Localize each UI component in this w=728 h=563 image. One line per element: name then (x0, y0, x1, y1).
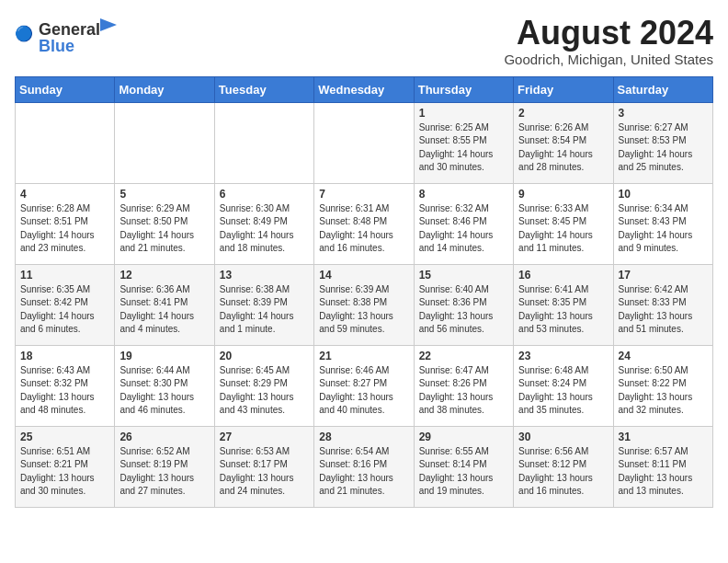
day-info: Sunrise: 6:41 AM Sunset: 8:35 PM Dayligh… (518, 283, 608, 337)
day-info: Sunrise: 6:44 AM Sunset: 8:30 PM Dayligh… (119, 364, 209, 418)
day-number: 15 (419, 269, 508, 282)
month-year-title: August 2024 (504, 15, 713, 52)
day-info: Sunrise: 6:29 AM Sunset: 8:50 PM Dayligh… (119, 202, 209, 256)
day-number: 28 (319, 431, 408, 443)
day-info: Sunrise: 6:25 AM Sunset: 8:55 PM Dayligh… (419, 121, 508, 175)
day-number: 7 (319, 188, 408, 201)
calendar-cell: 20Sunrise: 6:45 AM Sunset: 8:29 PM Dayli… (214, 345, 313, 426)
calendar-cell: 4Sunrise: 6:28 AM Sunset: 8:51 PM Daylig… (16, 183, 115, 264)
calendar-cell (115, 102, 214, 183)
day-info: Sunrise: 6:53 AM Sunset: 8:17 PM Dayligh… (220, 445, 309, 499)
calendar-cell: 8Sunrise: 6:32 AM Sunset: 8:46 PM Daylig… (414, 183, 513, 264)
day-info: Sunrise: 6:51 AM Sunset: 8:21 PM Dayligh… (20, 445, 109, 499)
calendar-cell: 18Sunrise: 6:43 AM Sunset: 8:32 PM Dayli… (16, 345, 115, 426)
calendar-cell: 17Sunrise: 6:42 AM Sunset: 8:33 PM Dayli… (613, 264, 712, 345)
day-number: 8 (419, 188, 508, 201)
calendar-cell: 1Sunrise: 6:25 AM Sunset: 8:55 PM Daylig… (414, 102, 513, 183)
calendar-cell (314, 102, 414, 183)
calendar-cell: 11Sunrise: 6:35 AM Sunset: 8:42 PM Dayli… (16, 264, 115, 345)
day-info: Sunrise: 6:27 AM Sunset: 8:53 PM Dayligh… (619, 121, 708, 175)
calendar-week-row: 18Sunrise: 6:43 AM Sunset: 8:32 PM Dayli… (16, 345, 713, 426)
calendar-cell: 7Sunrise: 6:31 AM Sunset: 8:48 PM Daylig… (314, 183, 414, 264)
calendar-week-row: 25Sunrise: 6:51 AM Sunset: 8:21 PM Dayli… (16, 426, 713, 507)
title-block: August 2024 Goodrich, Michigan, United S… (504, 15, 713, 67)
day-number: 2 (518, 107, 608, 120)
day-number: 30 (518, 431, 608, 443)
day-info: Sunrise: 6:36 AM Sunset: 8:41 PM Dayligh… (119, 283, 209, 337)
day-info: Sunrise: 6:34 AM Sunset: 8:43 PM Dayligh… (619, 202, 708, 256)
day-number: 27 (220, 431, 309, 443)
calendar-cell: 26Sunrise: 6:52 AM Sunset: 8:19 PM Dayli… (115, 426, 214, 507)
calendar-body: 1Sunrise: 6:25 AM Sunset: 8:55 PM Daylig… (16, 102, 713, 507)
day-info: Sunrise: 6:33 AM Sunset: 8:45 PM Dayligh… (518, 202, 608, 256)
day-number: 16 (518, 269, 608, 282)
day-info: Sunrise: 6:50 AM Sunset: 8:22 PM Dayligh… (619, 364, 708, 418)
day-of-week-header: Friday (514, 76, 613, 102)
calendar-cell: 29Sunrise: 6:55 AM Sunset: 8:14 PM Dayli… (414, 426, 513, 507)
calendar-cell: 10Sunrise: 6:34 AM Sunset: 8:43 PM Dayli… (613, 183, 712, 264)
day-info: Sunrise: 6:54 AM Sunset: 8:16 PM Dayligh… (319, 445, 408, 499)
day-info: Sunrise: 6:40 AM Sunset: 8:36 PM Dayligh… (419, 283, 508, 337)
day-info: Sunrise: 6:45 AM Sunset: 8:29 PM Dayligh… (220, 364, 309, 418)
day-number: 4 (20, 188, 109, 201)
day-number: 11 (20, 269, 109, 282)
calendar-cell: 6Sunrise: 6:30 AM Sunset: 8:49 PM Daylig… (214, 183, 313, 264)
day-info: Sunrise: 6:56 AM Sunset: 8:12 PM Dayligh… (518, 445, 608, 499)
calendar-cell: 14Sunrise: 6:39 AM Sunset: 8:38 PM Dayli… (314, 264, 414, 345)
day-info: Sunrise: 6:26 AM Sunset: 8:54 PM Dayligh… (518, 121, 608, 175)
day-info: Sunrise: 6:28 AM Sunset: 8:51 PM Dayligh… (20, 202, 109, 256)
calendar-cell: 16Sunrise: 6:41 AM Sunset: 8:35 PM Dayli… (514, 264, 613, 345)
day-number: 21 (319, 350, 408, 362)
header-row: SundayMondayTuesdayWednesdayThursdayFrid… (16, 76, 713, 102)
day-info: Sunrise: 6:48 AM Sunset: 8:24 PM Dayligh… (518, 364, 608, 418)
svg-marker-1 (100, 18, 117, 31)
day-number: 5 (119, 188, 209, 201)
calendar-cell: 24Sunrise: 6:50 AM Sunset: 8:22 PM Dayli… (613, 345, 712, 426)
logo: 🔵 General Blue (15, 15, 117, 55)
calendar-cell (214, 102, 313, 183)
calendar-table: SundayMondayTuesdayWednesdayThursdayFrid… (15, 76, 713, 508)
logo-arrow-icon (100, 15, 117, 35)
day-of-week-header: Thursday (414, 76, 513, 102)
calendar-cell: 27Sunrise: 6:53 AM Sunset: 8:17 PM Dayli… (214, 426, 313, 507)
day-number: 14 (319, 269, 408, 282)
day-number: 1 (419, 107, 508, 120)
day-info: Sunrise: 6:39 AM Sunset: 8:38 PM Dayligh… (319, 283, 408, 337)
day-info: Sunrise: 6:31 AM Sunset: 8:48 PM Dayligh… (319, 202, 408, 256)
day-number: 9 (518, 188, 608, 201)
calendar-cell: 22Sunrise: 6:47 AM Sunset: 8:26 PM Dayli… (414, 345, 513, 426)
day-info: Sunrise: 6:35 AM Sunset: 8:42 PM Dayligh… (20, 283, 109, 337)
day-of-week-header: Sunday (16, 76, 115, 102)
day-number: 26 (119, 431, 209, 443)
calendar-cell: 21Sunrise: 6:46 AM Sunset: 8:27 PM Dayli… (314, 345, 414, 426)
svg-text:🔵: 🔵 (15, 25, 34, 42)
calendar-cell: 28Sunrise: 6:54 AM Sunset: 8:16 PM Dayli… (314, 426, 414, 507)
day-number: 10 (619, 188, 708, 201)
day-of-week-header: Saturday (613, 76, 712, 102)
day-number: 20 (220, 350, 309, 362)
calendar-week-row: 4Sunrise: 6:28 AM Sunset: 8:51 PM Daylig… (16, 183, 713, 264)
calendar-cell (16, 102, 115, 183)
day-info: Sunrise: 6:42 AM Sunset: 8:33 PM Dayligh… (619, 283, 708, 337)
calendar-cell: 19Sunrise: 6:44 AM Sunset: 8:30 PM Dayli… (115, 345, 214, 426)
calendar-week-row: 11Sunrise: 6:35 AM Sunset: 8:42 PM Dayli… (16, 264, 713, 345)
day-info: Sunrise: 6:38 AM Sunset: 8:39 PM Dayligh… (220, 283, 309, 337)
calendar-cell: 12Sunrise: 6:36 AM Sunset: 8:41 PM Dayli… (115, 264, 214, 345)
day-info: Sunrise: 6:55 AM Sunset: 8:14 PM Dayligh… (419, 445, 508, 499)
day-number: 12 (119, 269, 209, 282)
day-number: 17 (619, 269, 708, 282)
calendar-cell: 31Sunrise: 6:57 AM Sunset: 8:11 PM Dayli… (613, 426, 712, 507)
day-info: Sunrise: 6:43 AM Sunset: 8:32 PM Dayligh… (20, 364, 109, 418)
logo-blue: Blue (39, 37, 74, 55)
day-number: 22 (419, 350, 508, 362)
day-info: Sunrise: 6:57 AM Sunset: 8:11 PM Dayligh… (619, 445, 708, 499)
calendar-cell: 30Sunrise: 6:56 AM Sunset: 8:12 PM Dayli… (514, 426, 613, 507)
calendar-cell: 15Sunrise: 6:40 AM Sunset: 8:36 PM Dayli… (414, 264, 513, 345)
logo-text: General Blue (39, 15, 117, 55)
calendar-cell: 5Sunrise: 6:29 AM Sunset: 8:50 PM Daylig… (115, 183, 214, 264)
day-number: 13 (220, 269, 309, 282)
day-number: 23 (518, 350, 608, 362)
calendar-cell: 25Sunrise: 6:51 AM Sunset: 8:21 PM Dayli… (16, 426, 115, 507)
calendar-week-row: 1Sunrise: 6:25 AM Sunset: 8:55 PM Daylig… (16, 102, 713, 183)
day-number: 24 (619, 350, 708, 362)
